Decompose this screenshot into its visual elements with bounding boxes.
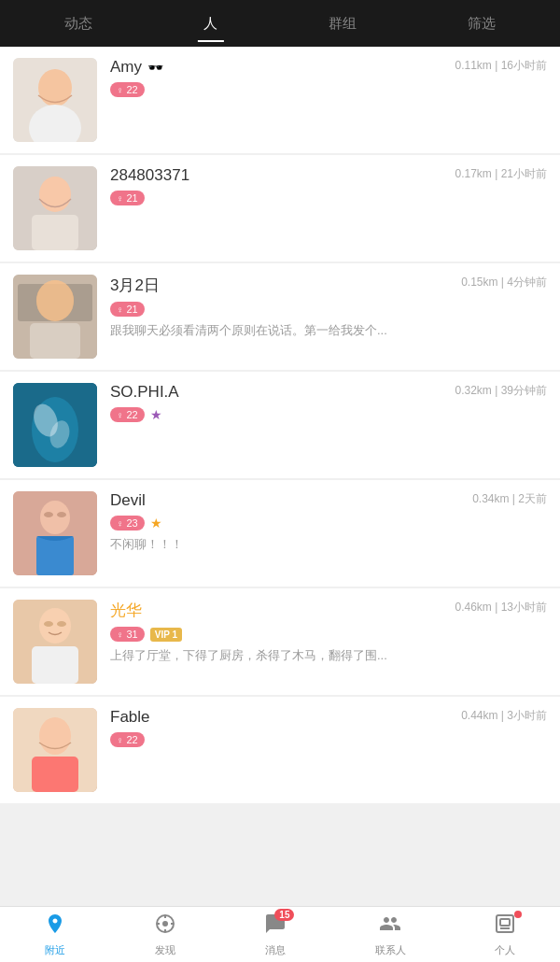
user-name: 光华: [110, 600, 142, 621]
name-row: 284803371: [110, 166, 189, 185]
item-header: Amy 🕶️ 0.11km | 16小时前: [110, 58, 547, 77]
user-name: 3月2日: [110, 275, 160, 296]
distance-time: 0.32km | 39分钟前: [455, 383, 547, 399]
distance-time: 0.46km | 13小时前: [455, 600, 547, 615]
badges-row: 31 VIP 1: [110, 627, 547, 642]
bottom-item-message[interactable]: 15 消息: [255, 909, 296, 961]
distance-time: 0.17km | 21小时前: [455, 166, 547, 182]
item-header: 3月2日 0.15km | 4分钟前: [110, 275, 547, 296]
name-row: Devil: [110, 491, 146, 510]
name-row: Fable: [110, 708, 150, 727]
age-badge: 21: [110, 191, 145, 205]
name-row: 3月2日: [110, 275, 160, 296]
distance-time: 0.15km | 4分钟前: [461, 275, 547, 290]
list-item[interactable]: 284803371 0.17km | 21小时前 21: [0, 155, 560, 262]
bottom-navigation: 附近 发现 15 消息 联系人: [0, 906, 560, 962]
top-navigation: 动态 人 群组 筛选: [0, 0, 560, 47]
badges-row: 22 ★: [110, 407, 547, 422]
badges-row: 23 ★: [110, 516, 547, 531]
user-name: 284803371: [110, 166, 189, 185]
avatar: [13, 275, 97, 359]
item-info: Devil 0.34km | 2天前 23 ★ 不闲聊！！！: [110, 491, 547, 553]
svg-rect-23: [32, 646, 78, 684]
glasses-icon: 🕶️: [147, 60, 163, 75]
avatar: [13, 58, 97, 142]
user-name: SO.PHI.A: [110, 383, 179, 402]
item-info: SO.PHI.A 0.32km | 39分钟前 22 ★: [110, 383, 547, 428]
item-info: Fable 0.44km | 3小时前 22: [110, 708, 547, 753]
bottom-item-contacts[interactable]: 联系人: [366, 909, 415, 961]
svg-rect-35: [497, 915, 513, 932]
avatar: [13, 708, 97, 792]
bottom-item-nearby[interactable]: 附近: [35, 909, 76, 961]
user-desc: 跟我聊天必须看清两个原则在说话。第一给我发个...: [110, 322, 547, 339]
list-item[interactable]: SO.PHI.A 0.32km | 39分钟前 22 ★: [0, 372, 560, 478]
svg-rect-36: [500, 919, 510, 926]
svg-rect-18: [36, 536, 74, 575]
profile-label: 个人: [495, 943, 515, 957]
svg-rect-9: [30, 323, 80, 359]
item-header: 光华 0.46km | 13小时前: [110, 600, 547, 621]
svg-point-19: [44, 512, 53, 517]
user-list: Amy 🕶️ 0.11km | 16小时前 22 284803371: [0, 47, 560, 906]
user-name: Devil: [110, 491, 146, 510]
star-gold-icon: ★: [150, 516, 162, 531]
svg-point-22: [39, 608, 71, 644]
svg-point-25: [57, 621, 66, 627]
list-item[interactable]: Devil 0.34km | 2天前 23 ★ 不闲聊！！！: [0, 480, 560, 587]
avatar: [13, 166, 97, 250]
contacts-label: 联系人: [375, 943, 406, 957]
item-info: 3月2日 0.15km | 4分钟前 21 跟我聊天必须看清两个原则在说话。第一…: [110, 275, 547, 339]
nav-activity[interactable]: 动态: [49, 7, 107, 40]
item-info: 284803371 0.17km | 21小时前 21: [110, 166, 547, 211]
age-badge: 21: [110, 302, 145, 317]
avatar: [13, 383, 97, 467]
profile-badge-dot: [514, 911, 522, 918]
item-header: SO.PHI.A 0.32km | 39分钟前: [110, 383, 547, 402]
svg-point-17: [40, 501, 70, 534]
list-item[interactable]: Fable 0.44km | 3小时前 22: [0, 697, 560, 803]
message-badge: 15: [274, 909, 294, 921]
user-desc: 不闲聊！！！: [110, 536, 547, 553]
user-name: Fable: [110, 708, 150, 727]
list-item[interactable]: Amy 🕶️ 0.11km | 16小时前 22: [0, 47, 560, 153]
age-badge: 31: [110, 627, 145, 642]
age-badge: 23: [110, 516, 145, 531]
star-purple-icon: ★: [150, 407, 162, 422]
discover-label: 发现: [155, 943, 175, 957]
nearby-label: 附近: [45, 943, 65, 957]
distance-time: 0.44km | 3小时前: [461, 708, 547, 724]
svg-point-1: [38, 69, 72, 106]
message-label: 消息: [265, 943, 286, 957]
nav-people[interactable]: 人: [189, 7, 232, 40]
svg-rect-28: [32, 757, 78, 792]
bottom-item-profile[interactable]: 个人: [484, 909, 525, 961]
badges-row: 22: [110, 732, 547, 747]
badges-row: 21: [110, 302, 547, 317]
svg-point-10: [36, 280, 74, 321]
location-icon: [44, 912, 66, 941]
item-header: Fable 0.44km | 3小时前: [110, 708, 547, 727]
nav-filter[interactable]: 筛选: [453, 7, 511, 40]
user-desc: 上得了厅堂，下得了厨房，杀得了木马，翻得了围...: [110, 647, 547, 664]
item-header: 284803371 0.17km | 21小时前: [110, 166, 547, 185]
svg-point-20: [57, 512, 66, 517]
nav-groups[interactable]: 群组: [314, 7, 371, 40]
distance-time: 0.11km | 16小时前: [455, 58, 547, 74]
item-header: Devil 0.34km | 2天前: [110, 491, 547, 510]
vip-badge: VIP 1: [150, 628, 182, 642]
list-item[interactable]: 光华 0.46km | 13小时前 31 VIP 1 上得了厅堂，下得了厨房，杀…: [0, 588, 560, 695]
list-item[interactable]: 3月2日 0.15km | 4分钟前 21 跟我聊天必须看清两个原则在说话。第一…: [0, 263, 560, 370]
svg-point-24: [44, 621, 53, 627]
age-badge: 22: [110, 407, 145, 422]
profile-icon: [494, 912, 516, 941]
item-info: Amy 🕶️ 0.11km | 16小时前 22: [110, 58, 547, 103]
distance-time: 0.34km | 2天前: [472, 491, 547, 507]
age-badge: 22: [110, 82, 145, 97]
discover-icon: [154, 912, 176, 941]
age-badge: 22: [110, 732, 145, 747]
user-name: Amy: [110, 58, 142, 77]
avatar: [13, 600, 97, 684]
bottom-item-discover[interactable]: 发现: [145, 909, 186, 961]
name-row: 光华: [110, 600, 142, 621]
